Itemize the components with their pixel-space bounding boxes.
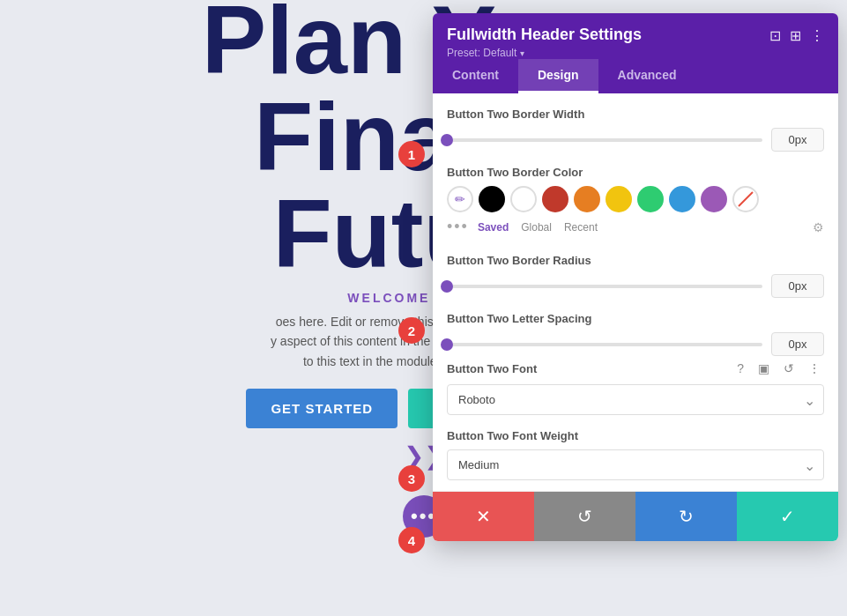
letter-spacing-label: Button Two Letter Spacing	[447, 312, 824, 325]
panel-bottom-bar: ✕ ↺ ↻ ✓	[433, 491, 838, 541]
font-weight-label: Button Two Font Weight	[447, 429, 824, 442]
swatch-orange[interactable]	[574, 186, 600, 212]
border-width-input[interactable]	[771, 128, 824, 152]
tab-design[interactable]: Design	[518, 59, 598, 93]
step-1-indicator: 1	[398, 141, 425, 167]
panel-header: Fullwidth Header Settings Preset: Defaul…	[433, 13, 838, 59]
font-label: Button Two Font	[447, 362, 726, 375]
color-dots-icon[interactable]: •••	[447, 218, 469, 236]
save-button[interactable]: ✓	[737, 492, 838, 541]
border-radius-slider[interactable]	[447, 285, 762, 288]
color-picker-pen-icon[interactable]: ✏	[447, 186, 473, 212]
font-weight-select-wrapper: Thin Light Regular Medium Bold Extra Bol…	[447, 449, 824, 480]
color-tab-recent[interactable]: Recent	[561, 219, 601, 235]
get-started-button[interactable]: Get Started	[246, 389, 397, 428]
undo-button[interactable]: ↺	[534, 492, 635, 541]
step-3-indicator: 3	[398, 465, 425, 492]
svg-line-0	[739, 192, 753, 206]
color-tab-global[interactable]: Global	[517, 219, 555, 235]
tab-content[interactable]: Content	[433, 59, 518, 93]
color-settings-gear-icon[interactable]: ⚙	[813, 220, 824, 234]
swatch-green[interactable]	[637, 186, 664, 212]
border-radius-input[interactable]	[771, 274, 824, 298]
panel-tabs: Content Design Advanced	[433, 59, 838, 93]
border-width-slider-row	[447, 128, 824, 152]
resize-icon-1[interactable]: ⊡	[769, 27, 781, 44]
swatch-yellow[interactable]	[606, 186, 632, 212]
cancel-button[interactable]: ✕	[433, 492, 534, 541]
more-options-icon[interactable]: ⋮	[810, 27, 824, 44]
border-width-slider[interactable]	[447, 138, 762, 142]
border-radius-label: Button Two Border Radius	[447, 254, 824, 267]
letter-spacing-input[interactable]	[771, 332, 824, 356]
panel-header-icons: ⊡ ⊞ ⋮	[769, 27, 824, 44]
color-tab-saved[interactable]: Saved	[474, 219, 512, 235]
color-tabs-row: ••• Saved Global Recent ⚙	[447, 218, 824, 240]
swatch-red[interactable]	[542, 186, 568, 212]
settings-panel: Fullwidth Header Settings Preset: Defaul…	[433, 13, 838, 541]
swatch-none[interactable]	[732, 186, 759, 212]
font-device-icon[interactable]: ▣	[754, 360, 773, 377]
border-color-label: Button Two Border Color	[447, 166, 824, 179]
tab-advanced[interactable]: Advanced	[598, 59, 696, 93]
panel-preset[interactable]: Preset: Default ▾	[447, 47, 642, 59]
swatch-blue[interactable]	[669, 186, 695, 212]
panel-title: Fullwidth Header Settings	[447, 26, 642, 44]
step-2-indicator: 2	[398, 317, 425, 344]
swatch-black[interactable]	[479, 186, 505, 212]
redo-button[interactable]: ↻	[635, 492, 737, 541]
preset-dropdown-arrow: ▾	[520, 48, 524, 58]
letter-spacing-slider-row	[447, 332, 824, 356]
step-4-indicator: 4	[398, 527, 425, 553]
font-select-wrapper: Roboto Arial Georgia Helvetica Open Sans…	[447, 384, 824, 415]
swatch-white[interactable]	[510, 186, 537, 212]
resize-icon-2[interactable]: ⊞	[790, 27, 801, 44]
panel-header-left: Fullwidth Header Settings Preset: Defaul…	[447, 26, 642, 59]
font-weight-select[interactable]: Thin Light Regular Medium Bold Extra Bol…	[447, 449, 824, 480]
letter-spacing-slider[interactable]	[447, 343, 762, 346]
border-width-label: Button Two Border Width	[447, 108, 824, 121]
font-select[interactable]: Roboto Arial Georgia Helvetica Open Sans	[447, 384, 824, 415]
swatch-purple[interactable]	[701, 186, 727, 212]
panel-body: Button Two Border Width Button Two Borde…	[433, 93, 838, 491]
color-swatches-row: ✏	[447, 186, 824, 212]
font-reset-icon[interactable]: ↺	[780, 360, 798, 377]
font-help-icon[interactable]: ?	[733, 360, 747, 377]
font-more-icon[interactable]: ⋮	[805, 360, 824, 377]
font-row: Button Two Font ? ▣ ↺ ⋮	[447, 360, 824, 377]
border-radius-slider-row	[447, 274, 824, 298]
